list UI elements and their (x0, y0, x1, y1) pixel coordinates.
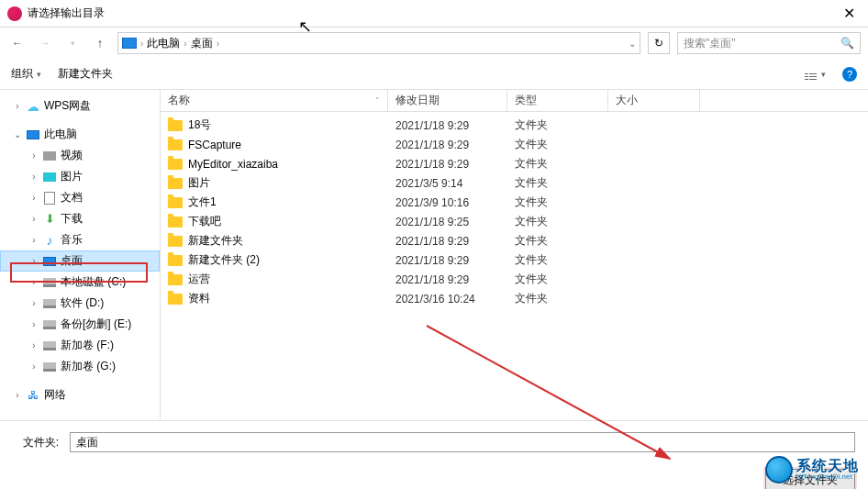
tree-disk-g[interactable]: ›新加卷 (G:) (0, 356, 160, 377)
crumb-thispc[interactable]: 此电脑 (147, 36, 180, 51)
file-name: 资料 (188, 291, 210, 306)
tree-disk-f[interactable]: ›新加卷 (F:) (0, 335, 160, 356)
file-type: 文件夹 (507, 252, 608, 268)
pictures-icon (42, 170, 57, 184)
file-row[interactable]: 下载吧2021/1/18 9:25文件夹 (161, 212, 868, 231)
search-input[interactable]: 搜索"桌面" 🔍 (677, 32, 861, 54)
desktop-icon (42, 254, 57, 269)
pc-icon (122, 38, 137, 49)
file-row[interactable]: 运营2021/1/18 9:29文件夹 (161, 270, 868, 289)
col-size[interactable]: 大小 (608, 90, 700, 111)
view-icon (805, 73, 817, 74)
file-type: 文件夹 (507, 291, 608, 306)
folder-icon (168, 120, 183, 131)
refresh-button[interactable]: ↻ (648, 32, 670, 54)
search-icon: 🔍 (840, 37, 854, 50)
file-row[interactable]: 新建文件夹2021/1/18 9:29文件夹 (161, 231, 868, 250)
file-date: 2021/3/16 10:24 (388, 293, 507, 306)
documents-icon (42, 191, 57, 206)
file-row[interactable]: 新建文件夹 (2)2021/1/18 9:29文件夹 (161, 250, 868, 270)
file-date: 2021/1/18 9:29 (388, 273, 507, 286)
file-row[interactable]: FSCapture2021/1/18 9:29文件夹 (161, 135, 868, 154)
footer: 文件夹: 选择文件夹 (0, 420, 868, 489)
folder-input[interactable] (70, 432, 855, 452)
search-placeholder: 搜索"桌面" (684, 36, 736, 51)
tree-pictures[interactable]: ›图片 (0, 166, 160, 187)
view-button[interactable] (805, 70, 826, 79)
tree-disk-e[interactable]: ›备份[勿删] (E:) (0, 314, 160, 335)
file-row[interactable]: 图片2021/3/5 9:14文件夹 (161, 173, 868, 193)
disk-icon (42, 275, 57, 290)
back-button[interactable]: ← (7, 33, 28, 53)
file-name: MyEditor_xiazaiba (188, 158, 278, 171)
sort-icon: ˄ (375, 96, 380, 106)
tree-network[interactable]: ›🖧网络 (0, 384, 160, 406)
tree-music[interactable]: ›♪音乐 (0, 229, 160, 250)
file-list-pane: 名称˄ 修改日期 类型 大小 18号2021/1/18 9:29文件夹FSCap… (161, 90, 868, 420)
toolbar: 组织 新建文件夹 ? (0, 59, 868, 90)
file-date: 2021/1/18 9:29 (388, 235, 507, 248)
file-date: 2021/3/9 10:16 (388, 196, 507, 209)
file-row[interactable]: 资料2021/3/16 10:24文件夹 (161, 289, 868, 308)
select-folder-button[interactable]: 选择文件夹 (765, 469, 855, 489)
file-date: 2021/1/18 9:29 (388, 139, 507, 151)
network-icon: 🖧 (26, 388, 40, 403)
folder-icon (168, 217, 183, 228)
file-type: 文件夹 (507, 156, 608, 172)
tree-video[interactable]: ›视频 (0, 145, 160, 166)
tree-disk-c[interactable]: ›本地磁盘 (C:) (0, 272, 160, 293)
folder-icon (168, 197, 183, 208)
col-date[interactable]: 修改日期 (388, 90, 507, 111)
file-name: FSCapture (188, 139, 241, 151)
file-type: 文件夹 (507, 117, 608, 133)
downloads-icon: ⬇ (42, 212, 57, 227)
newfolder-button[interactable]: 新建文件夹 (58, 66, 113, 82)
file-date: 2021/3/5 9:14 (388, 177, 507, 190)
video-icon (42, 149, 57, 163)
file-name: 下载吧 (188, 214, 221, 229)
folder-label: 文件夹: (13, 435, 59, 450)
file-date: 2021/1/18 9:29 (388, 254, 507, 267)
file-name: 运营 (188, 272, 210, 287)
nav-tree: ›☁WPS网盘 ⌄此电脑 ›视频 ›图片 ›文档 ›⬇下载 ›♪音乐 ›桌面 ›… (0, 90, 161, 420)
col-type[interactable]: 类型 (507, 90, 608, 111)
col-name[interactable]: 名称˄ (161, 90, 388, 111)
tree-downloads[interactable]: ›⬇下载 (0, 208, 160, 229)
tree-desktop[interactable]: ›桌面 (0, 250, 160, 272)
tree-documents[interactable]: ›文档 (0, 187, 160, 208)
up-button[interactable]: ↑ (90, 33, 110, 53)
file-row[interactable]: 18号2021/1/18 9:29文件夹 (161, 116, 868, 135)
close-button[interactable]: ✕ (838, 5, 861, 22)
recent-dropdown[interactable]: ▾ (62, 33, 83, 53)
app-icon (7, 6, 22, 21)
tree-wps[interactable]: ›☁WPS网盘 (0, 95, 160, 117)
file-row[interactable]: 文件12021/3/9 10:16文件夹 (161, 193, 868, 212)
tree-thispc[interactable]: ⌄此电脑 (0, 124, 160, 145)
forward-button[interactable]: → (35, 33, 55, 53)
file-row[interactable]: MyEditor_xiazaiba2021/1/18 9:29文件夹 (161, 154, 868, 173)
disk-icon (42, 317, 57, 332)
column-header: 名称˄ 修改日期 类型 大小 (161, 90, 868, 112)
file-date: 2021/1/18 9:29 (388, 119, 507, 132)
folder-icon (168, 294, 183, 305)
chevron-right-icon: › (140, 39, 143, 49)
file-name: 18号 (188, 117, 211, 133)
titlebar: 请选择输出目录 ✕ (0, 0, 868, 28)
file-date: 2021/1/18 9:25 (388, 216, 507, 228)
music-icon: ♪ (42, 233, 57, 248)
breadcrumb[interactable]: › 此电脑 › 桌面 › ⌄ (117, 32, 640, 54)
file-type: 文件夹 (507, 194, 608, 210)
crumb-desktop[interactable]: 桌面 (191, 36, 213, 51)
file-type: 文件夹 (507, 233, 608, 249)
help-button[interactable]: ? (842, 67, 857, 82)
file-name: 新建文件夹 (188, 233, 243, 249)
file-type: 文件夹 (507, 272, 608, 287)
file-type: 文件夹 (507, 175, 608, 191)
folder-icon (168, 236, 183, 247)
file-name: 图片 (188, 175, 210, 191)
breadcrumb-dropdown-icon[interactable]: ⌄ (629, 39, 636, 49)
organize-button[interactable]: 组织 (11, 66, 41, 82)
chevron-right-icon: › (184, 39, 186, 49)
file-type: 文件夹 (507, 137, 608, 152)
tree-disk-d[interactable]: ›软件 (D:) (0, 293, 160, 314)
